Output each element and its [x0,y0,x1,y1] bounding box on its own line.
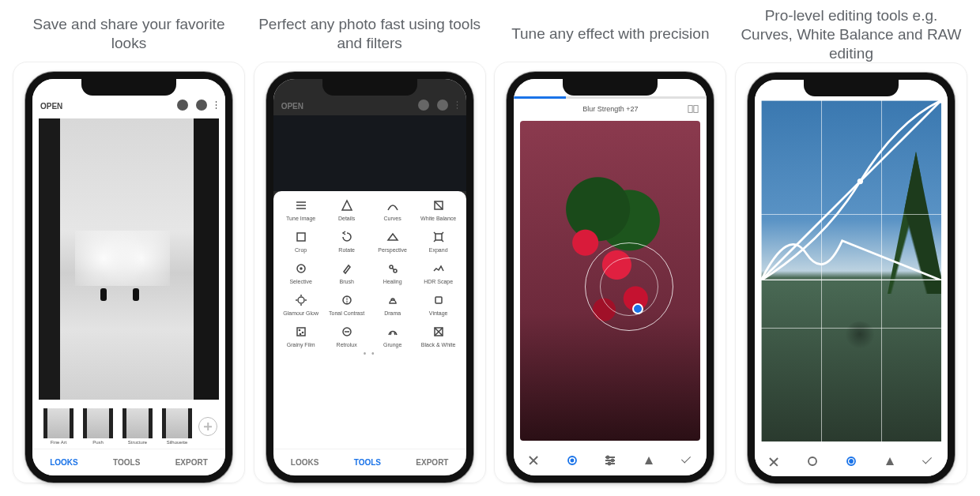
tool-retrolux[interactable]: Retrolux [324,324,370,348]
tool-icon [431,324,447,340]
tool-white-balance[interactable]: White Balance [416,197,462,221]
tool-icon [385,261,401,276]
tool-hdr-scape[interactable]: HDR Scape [416,261,462,284]
tool-vintage[interactable]: Vintage [416,292,462,316]
tool-healing[interactable]: Healing [370,261,416,284]
tool-label: White Balance [420,216,456,221]
photo-preview[interactable] [520,121,700,441]
tool-curves[interactable]: Curves [370,197,416,221]
look-label: Push [92,440,104,445]
tool-brush[interactable]: Brush [324,261,370,284]
tool-black-white[interactable]: Black & White [416,324,462,348]
svg-line-25 [761,100,941,280]
svg-point-11 [299,329,300,330]
tool-icon [293,292,309,308]
tool-expand[interactable]: Expand [416,229,462,253]
promo-panel-1: Save and share your favorite looks OPEN [13,6,245,483]
look-item[interactable]: Structure [119,408,156,445]
notch [563,78,658,96]
add-look-button[interactable] [198,417,217,436]
svg-point-21 [612,460,614,462]
tool-grunge[interactable]: Grunge [370,324,416,348]
apply-button[interactable] [922,454,936,468]
svg-point-19 [571,460,573,462]
tool-grainy-film[interactable]: Grainy Film [278,324,324,348]
tool-label: Details [338,216,355,221]
phone-mock-4 [748,73,955,483]
channel-luminance-button[interactable] [805,454,820,468]
info-icon[interactable] [196,100,207,111]
focus-point-handle[interactable] [632,303,643,314]
look-item[interactable]: Fine Art [40,408,77,445]
tool-icon [339,292,355,308]
focus-shape-button[interactable] [565,453,579,468]
layers-icon[interactable] [177,100,188,111]
sliders-icon[interactable] [603,453,617,468]
look-label: Silhouette [167,440,188,445]
tool-label: Vintage [429,310,448,316]
tool-perspective[interactable]: Perspective [370,229,416,253]
touch-indicator [844,321,876,353]
tool-tonal-contrast[interactable]: Tonal Contrast [324,292,370,316]
tool-glamour-glow[interactable]: Glamour Glow [278,292,324,316]
tool-icon [293,229,309,245]
caption: Perfect any photo fast using tools and f… [254,6,486,62]
svg-point-4 [300,268,302,269]
photo-preview[interactable] [39,118,219,400]
tab-export[interactable]: EXPORT [416,458,448,467]
tool-drama[interactable]: Drama [370,292,416,316]
tab-tools[interactable]: TOOLS [113,458,140,467]
channel-picker-button[interactable] [844,454,858,468]
tool-label: Healing [383,279,402,284]
caption: Pro-level editing tools e.g. Curves, Whi… [735,6,967,62]
overflow-menu-icon[interactable] [456,100,458,110]
tool-details[interactable]: Details [324,197,370,221]
look-thumbnail [122,408,153,438]
svg-rect-1 [297,233,305,241]
compare-icon[interactable] [688,103,699,115]
tool-icon [293,324,309,340]
tool-icon [339,229,355,245]
promo-panel-3: Tune any effect with precision Blur Stre… [494,6,726,483]
curves-line[interactable] [761,100,941,280]
screen-effect: Blur Strength +27 [514,79,707,475]
tab-export[interactable]: EXPORT [175,458,208,467]
look-thumbnail [162,408,192,438]
tab-looks[interactable]: LOOKS [291,458,319,467]
phone-mock-1: OPEN Fine Art [25,72,232,483]
histogram-icon[interactable] [883,454,897,468]
transition-icon[interactable] [642,453,656,468]
tool-icon [385,197,401,213]
effect-toolbar [514,445,707,475]
tool-tune-image[interactable]: Tune Image [278,197,324,221]
photo-preview[interactable] [761,100,941,442]
look-label: Fine Art [51,440,67,445]
svg-rect-9 [435,297,442,303]
open-button[interactable]: OPEN [281,102,303,111]
curves-toolbar [755,446,948,476]
cancel-button[interactable] [767,454,781,468]
tool-rotate[interactable]: Rotate [324,229,370,253]
info-icon[interactable] [437,100,448,111]
overflow-menu-icon[interactable] [215,100,217,110]
svg-point-27 [858,178,863,184]
focus-ring[interactable] [585,242,673,331]
tool-crop[interactable]: Crop [278,229,324,253]
tab-tools[interactable]: TOOLS [354,458,381,467]
svg-point-13 [300,333,300,334]
look-item[interactable]: Silhouette [159,408,195,445]
tool-selective[interactable]: Selective [278,261,324,284]
apply-button[interactable] [680,453,695,468]
svg-point-12 [302,332,303,333]
tool-label: Tune Image [286,216,315,221]
svg-point-22 [609,463,611,465]
look-item[interactable]: Push [80,408,116,445]
tab-looks[interactable]: LOOKS [50,458,78,467]
layers-icon[interactable] [418,100,429,111]
cancel-button[interactable] [526,453,541,468]
open-button[interactable]: OPEN [40,102,62,111]
tools-grid: Tune ImageDetailsCurvesWhite BalanceCrop… [278,197,462,348]
svg-rect-16 [688,106,692,113]
phone-mock-2: OPEN Tune ImageDetailsCurvesWhite Balanc… [266,72,473,483]
svg-rect-2 [435,234,442,240]
